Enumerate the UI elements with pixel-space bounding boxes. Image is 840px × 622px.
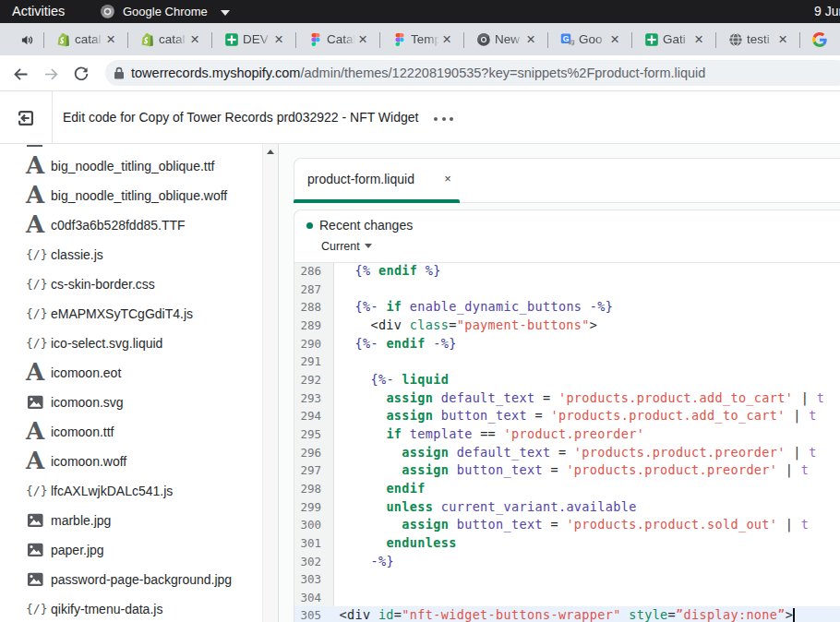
browser-tab-testi[interactable]: testi× [716, 23, 800, 55]
code-line-286[interactable]: 286 {% endif %} [294, 263, 840, 281]
file-name: icomoon.ttf [51, 417, 114, 447]
browser-tab-catal[interactable]: Catal× [296, 23, 380, 55]
file-row-big_noodle_titling_oblique.ttf[interactable]: Abig_noodle_titling_oblique.ttf [0, 151, 258, 181]
code-line-290[interactable]: 290 {%- endif -%} [294, 335, 840, 353]
browser-tab-temp[interactable]: Temp× [380, 23, 464, 55]
url-text[interactable]: towerrecords.myshopify.com/admin/themes/… [131, 60, 705, 86]
scrollbar-up-arrow-icon[interactable] [267, 150, 274, 154]
tab-separator [631, 32, 632, 48]
line-number: 293 [294, 389, 321, 408]
tab-close-icon[interactable]: × [354, 30, 371, 48]
tab-close-icon[interactable]: × [270, 30, 287, 48]
file-row-qikify-tmenu-data.js[interactable]: {/}qikify-tmenu-data.js [0, 594, 258, 622]
tab-close-icon[interactable]: × [102, 30, 119, 48]
code-line-299[interactable]: 299 unless current_variant.available [294, 498, 840, 517]
sheets-icon [644, 32, 659, 47]
line-number: 287 [294, 281, 321, 299]
reload-button[interactable] [73, 66, 90, 82]
code-line-302[interactable]: 302 -%} [294, 553, 840, 571]
sidebar-scrollbar[interactable] [262, 144, 278, 622]
chrome-app-icon [100, 4, 115, 19]
activities-button[interactable]: Activities [12, 0, 65, 23]
forward-button[interactable] [42, 66, 60, 83]
file-name: big_noodle_titling_oblique.woff [51, 181, 227, 210]
line-text: assign default_text = 'products.product.… [340, 444, 817, 462]
file-row-lfcAXLwjkDALc541.js[interactable]: {/}lfcAXLwjkDALc541.js [0, 476, 258, 506]
tab-close-icon[interactable]: × [186, 30, 203, 48]
tab-separator [547, 32, 548, 48]
tab-close-icon[interactable]: × [690, 30, 707, 48]
editor-tab-product-form[interactable]: product-form.liquid [307, 158, 414, 200]
tab-close-icon[interactable]: × [522, 30, 539, 48]
code-line-303[interactable]: 303 [294, 570, 840, 589]
tab-separator [379, 32, 380, 48]
line-number: 302 [294, 553, 321, 571]
file-row-ico-select.svg.liquid[interactable]: {/}ico-select.svg.liquid [0, 329, 258, 358]
code-line-288[interactable]: 288 {%- if enable_dynamic_buttons -%} [294, 298, 840, 317]
browser-tab-gati[interactable]: Gati× [632, 23, 716, 55]
line-text: assign button_text = 'products.product.s… [340, 516, 810, 534]
file-row-big_noodle_titling_oblique.woff[interactable]: Abig_noodle_titling_oblique.woff [0, 181, 258, 210]
tab-close-icon[interactable]: × [606, 30, 623, 48]
tab-close-icon[interactable]: × [438, 30, 455, 48]
file-row-paper.jpg[interactable]: paper.jpg [0, 535, 258, 565]
code-line-296[interactable]: 296 assign default_text = 'products.prod… [294, 444, 840, 462]
line-number: 301 [294, 534, 321, 553]
code-line-294[interactable]: 294 assign button_text = 'products.produ… [294, 407, 840, 425]
file-row-password-page-background.jpg[interactable]: password-page-background.jpg [0, 565, 258, 594]
code-line-289[interactable]: 289 <div class="payment-buttons"> [294, 317, 840, 335]
back-button[interactable] [12, 66, 30, 83]
exit-editor-icon[interactable] [18, 111, 33, 126]
url-host: towerrecords.myshopify.com [131, 66, 300, 80]
image-file-icon [26, 388, 44, 417]
browser-tab-partial[interactable] [800, 23, 840, 55]
file-row-cs-skin-border.css[interactable]: {/}cs-skin-border.css [0, 269, 258, 299]
code-line-304[interactable]: 304 [294, 589, 840, 607]
version-dropdown[interactable]: Current [321, 239, 360, 255]
file-row-icomoon.svg[interactable]: icomoon.svg [0, 388, 258, 417]
code-line-300[interactable]: 300 assign button_text = 'products.produ… [294, 516, 840, 534]
file-name: paper.jpg [51, 535, 104, 565]
ubuntu-top-bar: Activities Google Chrome 9 Jun [0, 0, 840, 23]
code-file-icon: {/} [26, 329, 44, 358]
audio-speaker-icon[interactable] [21, 34, 33, 46]
recent-changes-label: Recent changes [319, 218, 413, 233]
browser-tab-goo[interactable]: GGoo× [548, 23, 632, 55]
code-line-292[interactable]: 292 {%- liquid [294, 371, 840, 389]
lock-icon[interactable] [114, 66, 125, 79]
line-number: 305 [294, 606, 321, 622]
editor-tab-close-icon[interactable]: × [440, 172, 455, 186]
code-editor[interactable]: 286 {% endif %}287288 {%- if enable_dyna… [294, 263, 840, 622]
file-row-icomoon.ttf[interactable]: Aicomoon.ttf [0, 417, 258, 447]
line-number: 299 [294, 498, 321, 517]
browser-tab-dev[interactable]: DEV× [212, 23, 296, 55]
browser-tab-catal[interactable]: catal× [128, 23, 212, 55]
font-file-icon: A [26, 447, 44, 476]
code-line-295[interactable]: 295 if template == 'product.preorder' [294, 425, 840, 444]
clock[interactable]: 9 Jun [814, 0, 840, 23]
code-line-297[interactable]: 297 assign button_text = 'products.produ… [294, 461, 840, 480]
code-line-301[interactable]: 301 endunless [294, 534, 840, 553]
figma-icon [308, 32, 323, 47]
code-line-305[interactable]: 305<div id="nft-widget-buttons-wrapper" … [294, 606, 840, 622]
more-actions-button[interactable] [434, 116, 454, 121]
line-number: 296 [294, 444, 321, 462]
code-file-icon: {/} [26, 594, 44, 622]
file-row-icomoon.eot[interactable]: Aicomoon.eot [0, 358, 258, 388]
translate-icon: G [560, 32, 575, 47]
file-row-icomoon.woff[interactable]: Aicomoon.woff [0, 447, 258, 476]
app-menu-title[interactable]: Google Chrome [123, 0, 208, 23]
file-row-classie.js[interactable]: {/}classie.js [0, 240, 258, 269]
code-line-298[interactable]: 298 endif [294, 480, 840, 498]
file-row-c0df3a6b528fdd85.TTF[interactable]: Ac0df3a6b528fdd85.TTF [0, 210, 258, 240]
code-line-293[interactable]: 293 assign default_text = 'products.prod… [294, 389, 840, 408]
tab-close-icon[interactable]: × [774, 30, 791, 48]
code-file-icon: {/} [26, 299, 44, 329]
browser-tab-catal[interactable]: catal× [44, 23, 128, 55]
file-row-marble.jpg[interactable]: marble.jpg [0, 506, 258, 535]
file-row-eMAPMXSyTCgGdiT4.js[interactable]: {/}eMAPMXSyTCgGdiT4.js [0, 299, 258, 329]
code-line-287[interactable]: 287 [294, 281, 840, 299]
url-path: /admin/themes/122208190535?key=snippets%… [300, 66, 705, 80]
browser-tab-new[interactable]: New × [464, 23, 548, 55]
code-line-291[interactable]: 291 [294, 353, 840, 371]
